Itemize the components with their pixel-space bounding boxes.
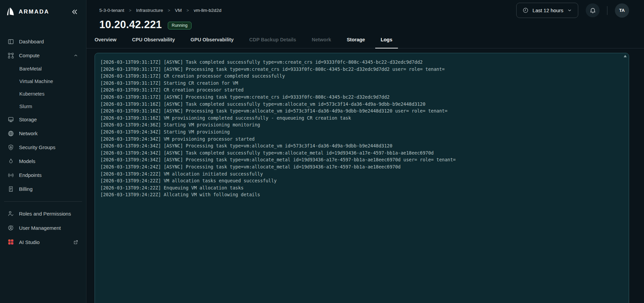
sidebar-item-billing[interactable]: Billing (0, 182, 86, 196)
sidebar-item-label: Storage (19, 117, 37, 122)
log-line: [2026-03-13T09:24:22Z] Allcating VM with… (100, 191, 620, 198)
sidebar-item-security-groups[interactable]: Security Groups (0, 140, 86, 154)
notifications-button[interactable] (586, 3, 600, 17)
sidebar-item-network[interactable]: Network (0, 126, 86, 140)
tab-logs[interactable]: Logs (375, 33, 398, 48)
compute-nodes-icon (7, 52, 14, 59)
sidebar-item-endpoints[interactable]: Endpoints (0, 168, 86, 182)
header-controls: Last 12 hours TA (516, 3, 629, 18)
sidebar-item-baremetal[interactable]: BareMetal (0, 62, 86, 75)
sidebar-item-label: Security Groups (19, 144, 56, 150)
log-line: [2026-03-13T09:31:16Z] VM provisioning c… (100, 115, 620, 122)
breadcrumb-infrastructure[interactable]: Infrastructure (136, 8, 163, 13)
tab-cpu-observability[interactable]: CPU Observability (127, 33, 181, 48)
breadcrumb-vm[interactable]: VM (175, 8, 182, 13)
sidebar-item-slurm[interactable]: Slurm (0, 100, 86, 113)
log-line: [2026-03-13T09:24:34Z] [ASYNC] Task comp… (100, 149, 620, 157)
clock-icon (522, 7, 529, 14)
chevron-right-icon: > (129, 8, 132, 13)
time-range-dropdown[interactable]: Last 12 hours (516, 3, 578, 18)
log-line: [2026-03-13T09:24:34Z] [ASYNC] Processin… (100, 156, 620, 163)
log-viewer[interactable]: [2026-03-13T09:31:17Z] [ASYNC] Task comp… (95, 53, 629, 303)
armada-sail-icon (5, 7, 16, 17)
user-avatar[interactable]: TA (615, 3, 629, 18)
sidebar-item-label: Dashboard (19, 39, 44, 44)
sidebar: ARMADA Dashboard Co (0, 0, 86, 303)
log-line: [2026-03-13T09:24:34Z] VM provisioning p… (100, 136, 620, 143)
log-line: [2026-03-13T09:24:36Z] Starting VM provi… (100, 121, 620, 128)
avatar-initials: TA (619, 8, 625, 13)
sidebar-item-label: User Management (19, 225, 61, 231)
tab-cdp-backup-details: CDP Backup Details (244, 33, 301, 48)
flame-icon (7, 158, 14, 165)
log-line: [2026-03-13T09:24:34Z] Starting VM provi… (100, 128, 620, 136)
page-title: 10.20.42.221 (99, 19, 162, 31)
sidebar-item-label: Compute (19, 53, 40, 58)
sidebar-item-dashboard[interactable]: Dashboard (0, 35, 86, 48)
brand-name: ARMADA (19, 8, 49, 15)
log-line: [2026-03-13T09:31:16Z] [ASYNC] Task comp… (100, 101, 620, 108)
log-line: [2026-03-13T09:31:16Z] [ASYNC] Processin… (100, 107, 620, 115)
sidebar-item-models[interactable]: Models (0, 154, 86, 168)
tab-overview[interactable]: Overview (89, 33, 122, 48)
sidebar-item-kubernetes[interactable]: Kubernetes (0, 87, 86, 100)
sidebar-item-label: AI Studio (19, 239, 40, 245)
tab-gpu-observability[interactable]: GPU Observability (185, 33, 239, 48)
shield-lock-icon (7, 144, 14, 151)
sidebar-item-virtual-machine[interactable]: Virtual Machine (0, 75, 86, 87)
sidebar-header: ARMADA (0, 5, 86, 19)
chevron-right-icon: > (186, 8, 189, 13)
sidebar-divider (4, 201, 82, 202)
header-divider (607, 6, 607, 15)
grid-gradient-icon (7, 239, 14, 245)
sidebar-item-label: Network (19, 130, 38, 136)
sidebar-item-storage[interactable]: Storage (0, 113, 86, 126)
chevron-up-icon (73, 52, 79, 59)
tab-bar: Overview CPU Observability GPU Observabi… (86, 33, 644, 48)
receipt-icon (7, 186, 14, 193)
user-circle-icon (7, 224, 14, 231)
log-line: [2026-03-13T09:31:17Z] Starting CR creat… (100, 80, 620, 87)
status-badge: Running (168, 22, 192, 29)
tab-storage[interactable]: Storage (341, 33, 370, 48)
top-bar: 5-3-0-tenant > Infrastructure > VM > vm-… (95, 0, 629, 18)
sidebar-item-label: Models (19, 158, 35, 164)
breadcrumb-vm-name[interactable]: vm-llm-b2d2d (194, 8, 221, 13)
sidebar-item-ai-studio[interactable]: AI Studio (0, 235, 86, 249)
sidebar-subitem-label: BareMetal (19, 66, 42, 72)
sidebar-item-roles-permissions[interactable]: Roles and Permissions (0, 206, 86, 221)
log-line: [2026-03-13T09:24:22Z] Enqueuing VM allo… (100, 184, 620, 191)
sidebar-subitem-label: Virtual Machine (19, 79, 53, 84)
log-line: [2026-03-13T09:31:17Z] CR creation proce… (100, 73, 620, 80)
sidebar-item-label: Roles and Permissions (19, 211, 71, 217)
sidebar-item-label: Endpoints (19, 172, 42, 178)
time-range-value: Last 12 hours (532, 7, 563, 13)
log-line: [2026-03-13T09:31:17Z] [ASYNC] Processin… (100, 66, 620, 73)
title-row: 10.20.42.221 Running (95, 19, 629, 31)
sidebar-subitem-label: Slurm (19, 104, 32, 109)
log-line: [2026-03-13T09:24:24Z] [ASYNC] Processin… (100, 163, 620, 170)
sidebar-item-label: Billing (19, 186, 33, 192)
scroll-up-icon[interactable] (624, 55, 627, 57)
breadcrumb: 5-3-0-tenant > Infrastructure > VM > vm-… (99, 8, 221, 13)
log-line: [2026-03-13T09:31:17Z] [ASYNC] Task comp… (100, 59, 620, 66)
bell-icon (589, 7, 596, 14)
log-line: [2026-03-13T09:31:17Z] CR creation proce… (100, 86, 620, 94)
tab-network: Network (306, 33, 337, 48)
chevron-right-icon: > (168, 8, 170, 13)
globe-icon (7, 130, 14, 137)
sidebar-collapse-icon[interactable] (71, 8, 79, 16)
broadcast-icon (7, 172, 14, 179)
dashboard-panel-icon (7, 38, 14, 45)
sidebar-subitem-label: Kubernetes (19, 91, 44, 97)
sidebar-item-user-management[interactable]: User Management (0, 221, 86, 235)
external-link-icon (73, 239, 79, 245)
breadcrumb-tenant[interactable]: 5-3-0-tenant (99, 8, 124, 13)
sidebar-item-compute[interactable]: Compute (0, 48, 86, 62)
brand-logo: ARMADA (5, 7, 49, 17)
log-line: [2026-03-13T09:24:34Z] [ASYNC] Processin… (100, 142, 620, 149)
main-content: 5-3-0-tenant > Infrastructure > VM > vm-… (86, 0, 644, 303)
log-line: [2026-03-13T09:24:22Z] VM allocation tas… (100, 177, 620, 184)
sidebar-nav: Dashboard Compute BareMetal Virtual (0, 35, 86, 249)
log-line: [2026-03-13T09:24:22Z] VM allocation ini… (100, 170, 620, 178)
